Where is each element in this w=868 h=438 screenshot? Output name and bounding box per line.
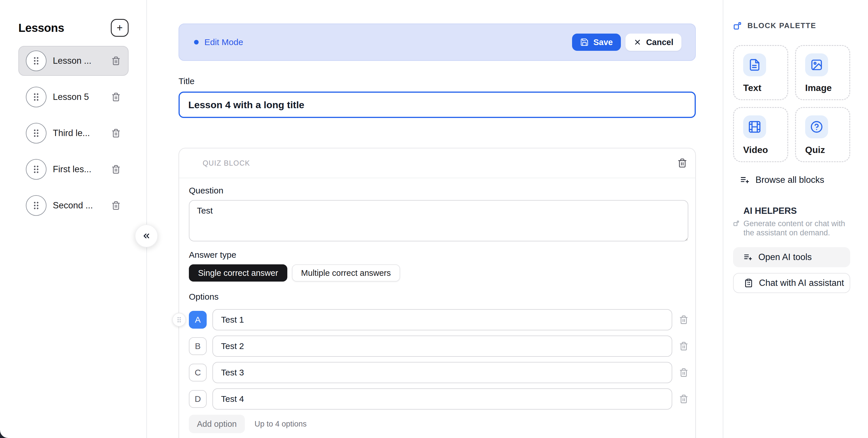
cancel-button[interactable]: Cancel bbox=[625, 34, 681, 51]
palette-tile bbox=[805, 115, 828, 138]
question-textarea[interactable]: Test bbox=[189, 200, 688, 241]
palette-block-label: Text bbox=[743, 83, 787, 93]
answer-type-single-button[interactable]: Single correct answer bbox=[189, 264, 287, 282]
palette-block-video[interactable]: Video bbox=[733, 107, 788, 162]
palette-block-label: Image bbox=[805, 83, 849, 93]
grip-dots-icon bbox=[30, 91, 42, 103]
chevrons-left-icon bbox=[142, 231, 151, 241]
palette-block-text[interactable]: Text bbox=[733, 45, 788, 100]
delete-option-button[interactable] bbox=[679, 315, 688, 324]
browse-all-blocks-label: Browse all blocks bbox=[755, 175, 824, 185]
delete-lesson-button[interactable] bbox=[112, 165, 121, 174]
lesson-item[interactable]: First les... bbox=[19, 154, 129, 184]
options-list: A B bbox=[189, 309, 688, 410]
palette-tile bbox=[743, 115, 766, 138]
answer-type-multiple-button[interactable]: Multiple correct answers bbox=[292, 264, 400, 282]
grip-dots-icon bbox=[30, 200, 42, 211]
palette-block-label: Video bbox=[743, 145, 787, 155]
blocks-icon bbox=[733, 22, 742, 30]
trash-icon bbox=[112, 92, 121, 102]
app-window: Lessons + Lesson ... bbox=[0, 0, 868, 438]
ai-helpers-section: AI HELPERS Generate content or chat with… bbox=[733, 206, 849, 293]
grip-dots-icon bbox=[30, 55, 42, 67]
trash-icon bbox=[677, 158, 687, 168]
option-row: A bbox=[189, 309, 688, 331]
lesson-item-label: Second ... bbox=[53, 200, 105, 211]
drag-handle[interactable] bbox=[26, 159, 46, 180]
block-palette-title: BLOCK PALETTE bbox=[747, 21, 816, 30]
drag-handle[interactable] bbox=[26, 123, 46, 144]
palette-grid: Text Image Video bbox=[733, 45, 849, 162]
quiz-block-card: QUIZ BLOCK Question Test Answer type Sin… bbox=[179, 148, 696, 438]
list-plus-icon bbox=[740, 175, 750, 185]
editor-main: Edit Mode Save Cancel Title bbox=[147, 0, 723, 438]
cancel-button-label: Cancel bbox=[646, 38, 673, 47]
film-icon bbox=[748, 121, 761, 133]
drag-handle[interactable] bbox=[26, 51, 46, 71]
lesson-item[interactable]: Lesson 5 bbox=[19, 82, 129, 112]
chat-ai-assistant-button[interactable]: Chat with AI assistant bbox=[733, 273, 850, 293]
option-letter-badge[interactable]: D bbox=[189, 390, 207, 408]
blocks-icon bbox=[733, 220, 739, 226]
drag-handle[interactable] bbox=[26, 87, 46, 107]
grip-dots-icon bbox=[30, 127, 42, 139]
clipboard-list-icon bbox=[744, 278, 753, 288]
ai-helpers-title: AI HELPERS bbox=[743, 206, 849, 216]
grip-dots-icon bbox=[175, 316, 183, 324]
palette-block-quiz[interactable]: Quiz bbox=[795, 107, 850, 162]
lesson-item[interactable]: Second ... bbox=[19, 191, 129, 220]
options-label: Options bbox=[189, 292, 688, 302]
option-row: C bbox=[189, 362, 688, 383]
option-row: D bbox=[189, 388, 688, 410]
question-label: Question bbox=[189, 186, 688, 195]
edit-mode-banner: Edit Mode Save Cancel bbox=[179, 24, 696, 61]
collapse-sidebar-button[interactable] bbox=[135, 224, 158, 247]
edit-mode-dot-icon bbox=[194, 40, 198, 44]
open-ai-tools-button[interactable]: Open AI tools bbox=[733, 247, 850, 267]
lesson-item[interactable]: Third le... bbox=[19, 118, 129, 148]
image-icon bbox=[810, 59, 823, 71]
add-option-button[interactable]: Add option bbox=[189, 415, 245, 433]
lesson-item-label: Third le... bbox=[53, 128, 105, 138]
option-letter-badge[interactable]: B bbox=[189, 337, 207, 355]
list-plus-icon bbox=[743, 253, 753, 262]
option-drag-handle[interactable] bbox=[172, 313, 186, 326]
lesson-title-input[interactable] bbox=[179, 92, 696, 118]
save-button-label: Save bbox=[593, 38, 613, 47]
delete-option-button[interactable] bbox=[679, 342, 688, 351]
palette-block-image[interactable]: Image bbox=[795, 45, 850, 100]
close-icon bbox=[633, 38, 642, 46]
delete-block-button[interactable] bbox=[677, 158, 687, 168]
lesson-item[interactable]: Lesson ... bbox=[19, 46, 129, 76]
option-input[interactable] bbox=[212, 388, 672, 410]
option-letter-badge[interactable]: A bbox=[189, 311, 207, 328]
save-icon bbox=[580, 38, 589, 46]
delete-lesson-button[interactable] bbox=[112, 92, 121, 102]
trash-icon bbox=[112, 129, 121, 138]
lesson-item-label: First les... bbox=[53, 164, 105, 175]
answer-type-toggle: Single correct answer Multiple correct a… bbox=[189, 264, 688, 282]
save-button[interactable]: Save bbox=[572, 34, 621, 51]
chat-ai-assistant-label: Chat with AI assistant bbox=[759, 278, 844, 288]
delete-lesson-button[interactable] bbox=[112, 129, 121, 138]
delete-lesson-button[interactable] bbox=[112, 201, 121, 210]
option-input[interactable] bbox=[212, 362, 672, 383]
delete-option-button[interactable] bbox=[679, 395, 688, 404]
block-palette-sidebar: BLOCK PALETTE Text bbox=[723, 0, 868, 438]
trash-icon bbox=[112, 201, 121, 210]
add-lesson-button[interactable]: + bbox=[111, 19, 129, 37]
trash-icon bbox=[112, 56, 121, 65]
browse-all-blocks-button[interactable]: Browse all blocks bbox=[740, 175, 824, 185]
palette-block-label: Quiz bbox=[805, 145, 849, 155]
option-letter-badge[interactable]: C bbox=[189, 364, 207, 381]
title-field-label: Title bbox=[179, 76, 195, 86]
lesson-item-label: Lesson ... bbox=[53, 56, 105, 66]
lesson-list: Lesson ... Lesson 5 bbox=[19, 46, 129, 220]
drag-handle[interactable] bbox=[26, 195, 46, 216]
delete-lesson-button[interactable] bbox=[112, 56, 121, 65]
quiz-block-header-label: QUIZ BLOCK bbox=[203, 159, 250, 167]
trash-icon bbox=[679, 395, 688, 404]
delete-option-button[interactable] bbox=[679, 368, 688, 377]
option-input[interactable] bbox=[212, 336, 672, 357]
option-input[interactable] bbox=[212, 309, 672, 331]
